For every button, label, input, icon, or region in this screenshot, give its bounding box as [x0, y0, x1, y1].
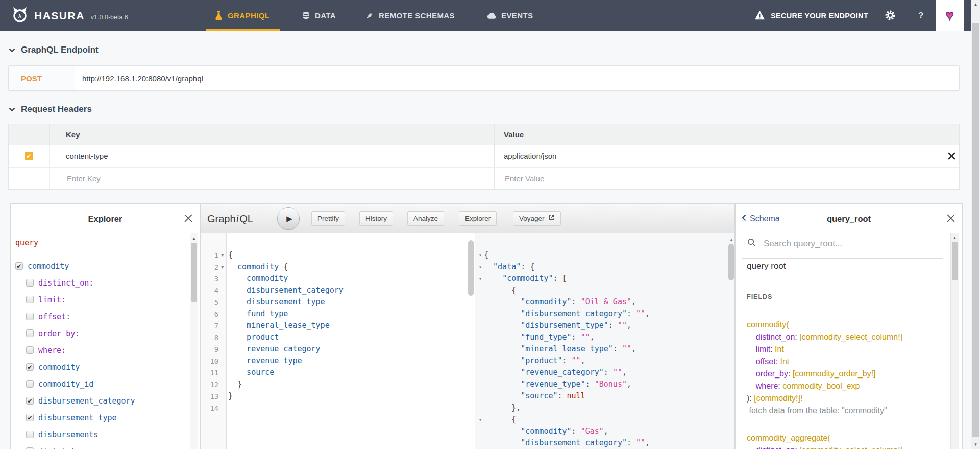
help-icon[interactable]: ?	[918, 0, 923, 31]
explorer-item-label[interactable]: commodity	[38, 363, 80, 372]
explorer-item-label[interactable]: disbursements	[38, 430, 98, 439]
token-ty[interactable]: [commodity!]!	[754, 394, 802, 403]
token-ty[interactable]: [commodity_select_column!]	[799, 333, 902, 341]
checkbox[interactable]	[26, 313, 34, 320]
explorer-item: commodity_id	[11, 375, 189, 392]
fold-arrow-icon[interactable]: ▾	[477, 273, 484, 285]
fold-arrow-icon[interactable]: ▾	[218, 264, 226, 270]
token-pun: ,	[631, 344, 636, 353]
explorer-item-label[interactable]: where:	[38, 346, 66, 355]
explorer-item-label[interactable]: disbursement_type	[38, 413, 117, 422]
checkbox[interactable]	[26, 431, 34, 438]
execute-query-button[interactable]: ▶	[277, 207, 300, 230]
fold-arrow-icon[interactable]: ▾	[218, 252, 226, 258]
token-ty[interactable]: Int	[775, 345, 784, 353]
scroll-up-icon[interactable]: ▲	[951, 235, 959, 240]
explorer-item-label[interactable]: offset:	[38, 312, 70, 321]
checkbox[interactable]: ✔	[26, 363, 34, 371]
scrollbar-thumb[interactable]	[972, 23, 979, 437]
explorer-item-label[interactable]: disbursement_category	[38, 396, 135, 406]
token-fld[interactable]: commodity_aggregate(	[747, 434, 830, 442]
close-icon[interactable]	[184, 214, 192, 224]
explorer-item-label[interactable]: district	[38, 447, 75, 449]
endpoint-section-header[interactable]: GraphQL Endpoint	[9, 45, 99, 55]
explorer-header: Explorer	[11, 204, 200, 233]
table-header-row: Key Value	[9, 124, 959, 145]
remove-header-icon[interactable]	[944, 145, 959, 167]
token-key: "disbursement_category"	[521, 438, 627, 447]
prettify-button[interactable]: Prettify	[311, 211, 345, 226]
token-pun	[747, 333, 756, 341]
token-key: "revenue_category"	[521, 368, 604, 377]
fold-arrow-icon[interactable]: ▾	[477, 249, 484, 261]
explorer-item-label[interactable]: distinct_on:	[38, 278, 93, 288]
token-fld: fund_type	[228, 309, 288, 318]
love-button[interactable]: ♥	[936, 0, 964, 31]
schema-search-input[interactable]	[763, 238, 931, 249]
tab-events[interactable]: EVENTS	[487, 0, 533, 31]
tab-remote-schemas[interactable]: REMOTE SCHEMAS	[365, 0, 455, 31]
scroll-down-icon[interactable]: ▼	[971, 442, 980, 447]
header-enabled-checkbox[interactable]: ✔	[24, 152, 33, 160]
explorer-item-label[interactable]: limit:	[38, 295, 66, 304]
external-link-icon	[548, 212, 555, 225]
fold-arrow-icon[interactable]: ▾	[477, 414, 484, 426]
secure-endpoint-button[interactable]: SECURE YOUR ENDPOINT	[754, 0, 868, 31]
new-header-value-input[interactable]	[504, 174, 922, 183]
explorer-item-label[interactable]: commodity	[28, 262, 69, 271]
explorer-button[interactable]: Explorer	[459, 211, 497, 226]
fold-arrow-icon[interactable]: ▾	[477, 261, 484, 273]
scroll-up-icon[interactable]: ▲	[729, 238, 733, 242]
token-pun: {	[279, 262, 288, 271]
gear-icon[interactable]	[885, 10, 896, 23]
version-label: v1.0.0-beta.6	[91, 14, 128, 21]
page-scrollbar[interactable]: ▲ ▼	[971, 0, 980, 449]
query-editor[interactable]: { commodity { commodity disbursement_cat…	[227, 233, 468, 449]
history-button[interactable]: History	[359, 211, 393, 226]
checkbox[interactable]: ✔	[26, 414, 34, 421]
token-str: "Bonus"	[595, 380, 627, 389]
checkbox[interactable]	[26, 346, 34, 354]
header-key-cell[interactable]: content-type	[50, 145, 495, 167]
scroll-up-icon[interactable]: ▲	[971, 2, 980, 7]
token-ty[interactable]: Int	[780, 357, 790, 366]
token-ty[interactable]: [commodity_select_column!]	[799, 446, 902, 449]
checkbox[interactable]	[26, 279, 34, 287]
checkbox[interactable]	[26, 296, 34, 303]
tab-data[interactable]: DATA	[302, 0, 336, 31]
token-pun: ,	[627, 321, 631, 330]
explorer-item-label[interactable]: order_by:	[38, 329, 80, 338]
scrollbar-thumb[interactable]	[952, 242, 958, 280]
schema-scrollbar[interactable]: ▲	[950, 233, 959, 449]
token-pun: {	[228, 250, 233, 259]
gutter-line: 7	[201, 320, 226, 332]
voyager-button[interactable]: Voyager	[513, 211, 561, 226]
explorer-item-label[interactable]: commodity_id	[38, 380, 93, 389]
checkbox[interactable]	[26, 329, 34, 337]
token-ty[interactable]: [commodity_order_by!]	[793, 369, 876, 378]
line-number: 7	[201, 322, 218, 330]
headers-section-header[interactable]: Request Headers	[9, 104, 92, 114]
checkbox[interactable]: ✔	[26, 397, 34, 405]
scrollbar-thumb[interactable]	[191, 243, 197, 302]
header-value-cell[interactable]: application/json	[495, 145, 944, 167]
results-scrollbar[interactable]	[728, 244, 734, 280]
close-icon[interactable]	[947, 214, 955, 224]
token-pun: ,	[581, 356, 585, 365]
checkbox[interactable]: ✔	[15, 262, 23, 270]
plug-icon	[365, 11, 374, 20]
token-fld: commodity	[228, 274, 288, 283]
hasura-logo[interactable]: λ HASURA v1.0.0-beta.6	[11, 0, 128, 31]
scroll-up-icon[interactable]: ▲	[190, 236, 198, 241]
token-fld[interactable]: commodity(	[747, 320, 789, 329]
explorer-scrollbar[interactable]: ▲	[190, 233, 198, 449]
analyze-button[interactable]: Analyze	[407, 211, 444, 226]
token-ty[interactable]: commodity_bool_exp	[782, 382, 860, 390]
endpoint-url-input[interactable]	[81, 66, 949, 90]
new-header-key-input[interactable]	[66, 174, 473, 183]
checkbox[interactable]	[26, 380, 34, 388]
tab-graphiql[interactable]: GRAPHIQL	[214, 0, 270, 31]
token-pun: :	[795, 333, 799, 341]
gutter-line: 1▾	[201, 249, 226, 261]
editor-scrollbar[interactable]	[468, 240, 474, 296]
